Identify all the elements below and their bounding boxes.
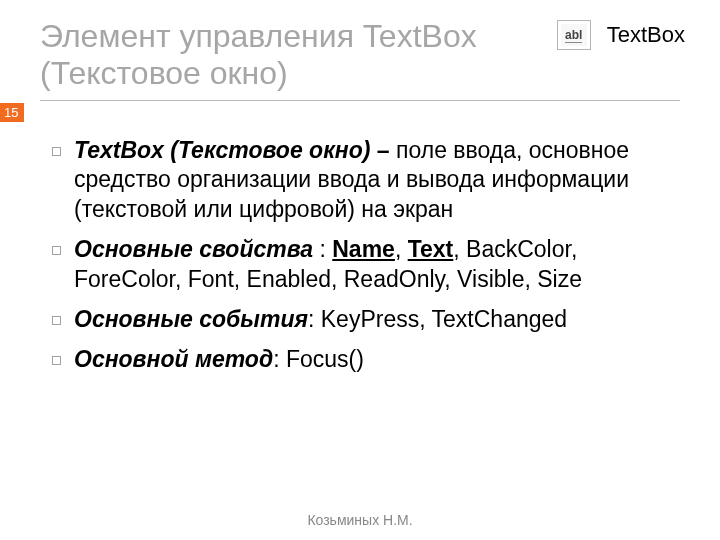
bullet-text: Focus() xyxy=(286,346,364,372)
list-item: Основные свойства : Name, Text, BackColo… xyxy=(52,235,680,295)
prop-text: Text xyxy=(408,236,454,262)
bullet-lead: Основные свойства xyxy=(74,236,313,262)
bullet-text: KeyPress, TextChanged xyxy=(321,306,567,332)
list-item: Основные события: KeyPress, TextChanged xyxy=(52,305,680,335)
page-number-badge: 15 xyxy=(0,103,24,122)
textbox-icon-text: abl xyxy=(565,28,582,43)
textbox-icon: abl xyxy=(557,20,591,50)
title-divider xyxy=(40,100,680,101)
bullet-sep: : xyxy=(313,236,332,262)
bullet-lead: Основные события xyxy=(74,306,308,332)
bullet-lead: Основной метод xyxy=(74,346,273,372)
list-item: Основной метод: Focus() xyxy=(52,345,680,375)
slide: abl TextBox Элемент управления TextBox (… xyxy=(0,0,720,540)
bullet-sep: – xyxy=(370,137,396,163)
list-item: TextBox (Текстовое окно) – поле ввода, о… xyxy=(52,136,680,226)
prop-name: Name xyxy=(332,236,395,262)
slide-title: Элемент управления TextBox (Текстовое ок… xyxy=(40,18,520,92)
bullet-sep: : xyxy=(308,306,321,332)
bullet-list: TextBox (Текстовое окно) – поле ввода, о… xyxy=(52,136,680,375)
bullet-lead: TextBox (Текстовое окно) xyxy=(74,137,370,163)
slide-footer: Козьминых Н.М. xyxy=(0,512,720,528)
prop-sep: , xyxy=(395,236,408,262)
textbox-icon-label: TextBox xyxy=(607,22,685,48)
bullet-sep: : xyxy=(273,346,286,372)
slide-content: TextBox (Текстовое окно) – поле ввода, о… xyxy=(40,136,680,375)
control-icon-group: abl TextBox xyxy=(557,20,685,50)
